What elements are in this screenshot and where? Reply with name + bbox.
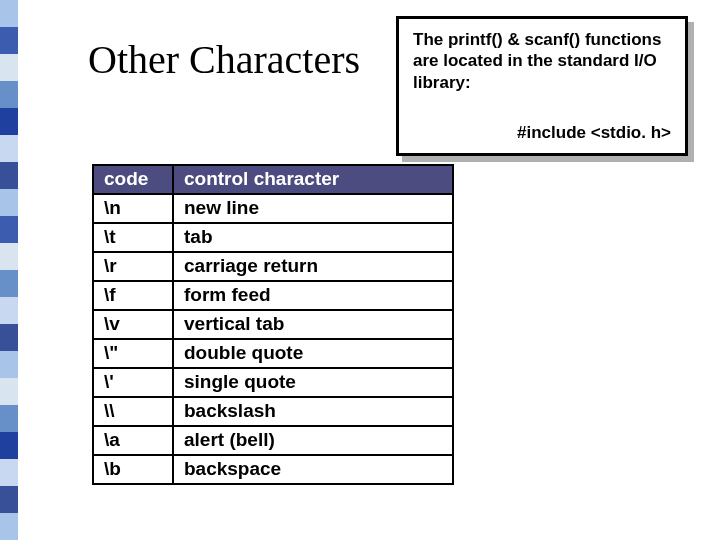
sidebar-block bbox=[0, 432, 18, 459]
cell-desc: single quote bbox=[173, 368, 453, 397]
sidebar-block bbox=[0, 459, 18, 486]
sidebar-block bbox=[0, 270, 18, 297]
sidebar-block bbox=[0, 297, 18, 324]
sidebar-block bbox=[0, 81, 18, 108]
table-header-desc: control character bbox=[173, 165, 453, 194]
sidebar-block bbox=[0, 324, 18, 351]
cell-desc: tab bbox=[173, 223, 453, 252]
cell-code: \r bbox=[93, 252, 173, 281]
sidebar-block bbox=[0, 486, 18, 513]
table-row: \ttab bbox=[93, 223, 453, 252]
sidebar-block bbox=[0, 513, 18, 540]
sidebar-block bbox=[0, 27, 18, 54]
cell-desc: carriage return bbox=[173, 252, 453, 281]
table-row: \fform feed bbox=[93, 281, 453, 310]
cell-code: \t bbox=[93, 223, 173, 252]
table-row: \vvertical tab bbox=[93, 310, 453, 339]
sidebar-block bbox=[0, 108, 18, 135]
cell-code: \a bbox=[93, 426, 173, 455]
cell-code: \b bbox=[93, 455, 173, 484]
table-body: \nnew line\ttab\rcarriage return\fform f… bbox=[93, 194, 453, 484]
cell-code: \' bbox=[93, 368, 173, 397]
table-row: \bbackspace bbox=[93, 455, 453, 484]
sidebar-block bbox=[0, 135, 18, 162]
sidebar-block bbox=[0, 189, 18, 216]
cell-desc: new line bbox=[173, 194, 453, 223]
cell-desc: backslash bbox=[173, 397, 453, 426]
sidebar-block bbox=[0, 351, 18, 378]
table-row: \rcarriage return bbox=[93, 252, 453, 281]
table-header-row: code control character bbox=[93, 165, 453, 194]
sidebar-block bbox=[0, 405, 18, 432]
cell-code: \\ bbox=[93, 397, 173, 426]
cell-code: \f bbox=[93, 281, 173, 310]
sidebar-block bbox=[0, 0, 18, 27]
table-row: \"double quote bbox=[93, 339, 453, 368]
sidebar-block bbox=[0, 378, 18, 405]
table-header-code: code bbox=[93, 165, 173, 194]
sidebar-block bbox=[0, 54, 18, 81]
callout-include: #include <stdio. h> bbox=[517, 123, 671, 143]
cell-desc: double quote bbox=[173, 339, 453, 368]
page-title: Other Characters bbox=[88, 36, 360, 83]
sidebar-block bbox=[0, 162, 18, 189]
table-row: \nnew line bbox=[93, 194, 453, 223]
cell-code: \v bbox=[93, 310, 173, 339]
callout-box: The printf() & scanf() functions are loc… bbox=[396, 16, 688, 156]
cell-desc: vertical tab bbox=[173, 310, 453, 339]
cell-code: \" bbox=[93, 339, 173, 368]
decorative-sidebar bbox=[0, 0, 18, 540]
cell-desc: backspace bbox=[173, 455, 453, 484]
cell-code: \n bbox=[93, 194, 173, 223]
sidebar-block bbox=[0, 243, 18, 270]
escape-chars-table: code control character \nnew line\ttab\r… bbox=[92, 164, 454, 485]
callout-text: The printf() & scanf() functions are loc… bbox=[413, 29, 671, 93]
cell-desc: alert (bell) bbox=[173, 426, 453, 455]
table-row: \\backslash bbox=[93, 397, 453, 426]
sidebar-block bbox=[0, 216, 18, 243]
cell-desc: form feed bbox=[173, 281, 453, 310]
table-row: \'single quote bbox=[93, 368, 453, 397]
table-row: \aalert (bell) bbox=[93, 426, 453, 455]
